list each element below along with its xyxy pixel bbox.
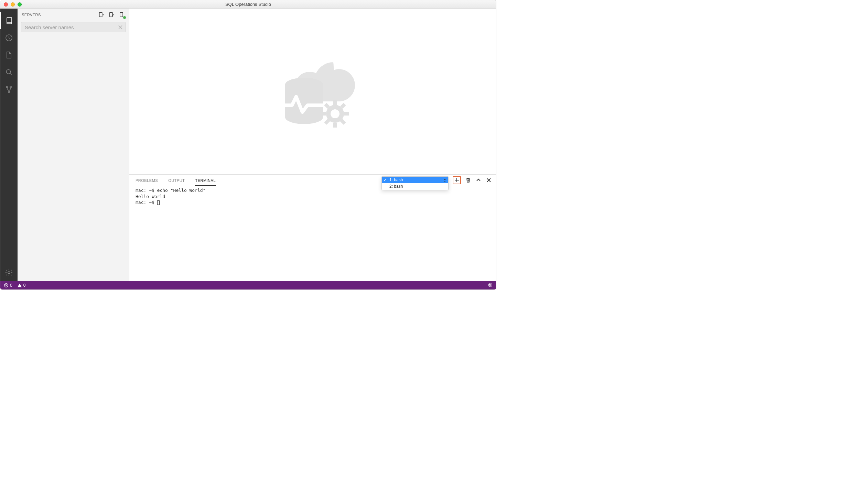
titlebar: SQL Operations Studio (0, 0, 496, 9)
svg-rect-9 (99, 12, 102, 17)
svg-point-7 (8, 91, 10, 92)
terminal-line: mac: ~$ (136, 200, 157, 205)
sidebar-header: SERVERS (18, 9, 129, 21)
tab-output[interactable]: OUTPUT (168, 176, 185, 185)
close-panel-button[interactable] (486, 177, 492, 183)
panel: PROBLEMS OUTPUT TERMINAL ✓ 1: bash 2: ba… (129, 175, 496, 281)
status-error-count: 0 (10, 283, 12, 288)
watermark-icon (265, 43, 361, 140)
active-connections-icon[interactable] (119, 12, 125, 18)
svg-point-6 (10, 86, 11, 88)
terminal-option-label: 2: bash (389, 184, 403, 189)
activity-history-icon[interactable] (0, 29, 18, 46)
status-bar: 0 0 (0, 281, 496, 289)
svg-point-5 (7, 86, 8, 88)
svg-point-18 (331, 109, 340, 118)
svg-rect-12 (110, 12, 112, 17)
terminal-option-2[interactable]: 2: bash (382, 183, 448, 190)
clear-search-icon[interactable] (118, 24, 123, 30)
editor-watermark (129, 9, 496, 175)
status-warning-count: 0 (23, 283, 26, 288)
terminal-selector-dropdown: ✓ 1: bash 2: bash ▲▼ (381, 176, 449, 190)
terminal-selector[interactable]: ✓ 1: bash 2: bash ▲▼ (381, 176, 449, 184)
terminal-line: mac: ~$ echo "Hello World" (136, 188, 206, 193)
svg-point-34 (488, 283, 492, 287)
tab-problems[interactable]: PROBLEMS (136, 176, 158, 185)
svg-point-3 (7, 70, 11, 74)
svg-rect-13 (120, 12, 123, 17)
terminal-option-label: 1: bash (389, 177, 403, 182)
svg-rect-19 (333, 100, 337, 105)
terminal-option-1[interactable]: ✓ 1: bash (382, 177, 448, 183)
maximize-panel-button[interactable] (475, 177, 482, 183)
svg-rect-21 (321, 112, 326, 116)
svg-rect-22 (344, 112, 349, 116)
new-server-group-icon[interactable] (108, 12, 115, 18)
workbench: SERVERS (0, 9, 496, 281)
activity-source-control-icon[interactable] (0, 81, 18, 98)
kill-terminal-button[interactable] (465, 177, 471, 183)
sidebar-title: SERVERS (22, 13, 98, 17)
svg-line-4 (10, 73, 12, 75)
check-icon: ✓ (384, 177, 387, 183)
server-search-box[interactable] (21, 22, 126, 32)
svg-point-35 (489, 284, 490, 285)
activity-servers-icon[interactable] (0, 12, 18, 29)
terminal-content[interactable]: mac: ~$ echo "Hello World" Hello World m… (129, 187, 496, 281)
status-warnings[interactable]: 0 (17, 283, 26, 288)
activity-settings-icon[interactable] (0, 264, 18, 281)
activity-bar (0, 9, 18, 281)
error-icon (4, 283, 9, 288)
select-chevrons-icon: ▲▼ (444, 177, 447, 183)
svg-point-36 (491, 284, 491, 285)
window-title: SQL Operations Studio (0, 2, 496, 7)
tab-terminal[interactable]: TERMINAL (195, 176, 216, 186)
feedback-icon[interactable] (488, 283, 493, 288)
activity-search-icon[interactable] (0, 64, 18, 81)
activity-explorer-icon[interactable] (0, 46, 18, 64)
svg-rect-20 (333, 123, 337, 128)
terminal-line: Hello World (136, 194, 165, 199)
sidebar: SERVERS (18, 9, 129, 281)
panel-tabs: PROBLEMS OUTPUT TERMINAL ✓ 1: bash 2: ba… (129, 175, 496, 187)
warning-icon (17, 283, 22, 288)
panel-actions: ✓ 1: bash 2: bash ▲▼ (381, 176, 492, 184)
svg-point-8 (8, 272, 10, 274)
new-connection-icon[interactable] (98, 12, 104, 18)
server-search-input[interactable] (25, 24, 116, 30)
status-online-dot (123, 16, 126, 19)
new-terminal-button[interactable] (453, 176, 461, 184)
status-errors[interactable]: 0 (4, 283, 12, 288)
editor-area: PROBLEMS OUTPUT TERMINAL ✓ 1: bash 2: ba… (129, 9, 496, 281)
terminal-cursor (157, 200, 160, 205)
